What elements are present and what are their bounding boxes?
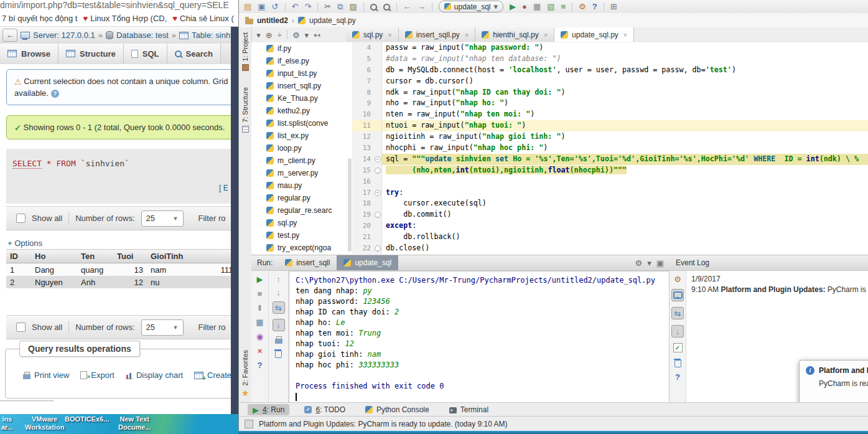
open-folder-icon[interactable]: ▤ — [244, 2, 251, 11]
gear-icon[interactable]: ⚙ — [292, 31, 300, 39]
pma-tab-search[interactable]: Search — [167, 44, 221, 64]
project-file[interactable]: regular_re.searc — [251, 204, 352, 217]
breadcrumb-item[interactable]: Database: test — [116, 31, 169, 40]
desktop-icon-label[interactable]: New Text Docume... — [118, 415, 151, 432]
table-row[interactable]: 1Dangquang13nam1111110000 — [6, 263, 238, 276]
down-icon[interactable]: ↓ — [276, 288, 281, 296]
project-file[interactable]: regular.py — [251, 192, 352, 204]
cut-icon[interactable]: ✂ — [324, 2, 331, 11]
wrench-icon[interactable]: ⚙ — [674, 275, 681, 283]
desktop-icon-label[interactable]: ins ar... — [1, 415, 13, 432]
close-icon[interactable]: × — [544, 31, 548, 39]
project-file[interactable]: if.py — [251, 42, 352, 55]
breadcrumb-item[interactable]: Server: 127.0.0.1 — [33, 31, 95, 40]
scroll-end-icon-box[interactable]: ↓ — [671, 325, 684, 337]
back-icon[interactable]: ← — [403, 2, 411, 11]
bookmark-item[interactable]: 7 bí quyết học động t — [2, 14, 77, 23]
sidebar-item-structure[interactable]: 7: Structure — [239, 87, 251, 133]
chevron-down-icon[interactable]: ▾ — [305, 31, 309, 39]
rows-select[interactable]: 25▼ — [141, 210, 184, 227]
address-bar[interactable]: dmin/import.php?db=test&table=sinhvien&s… — [0, 0, 238, 10]
project-file[interactable]: loop.py — [251, 142, 352, 154]
console-view-icon[interactable]: ▦ — [256, 318, 263, 326]
run-config-selector[interactable]: update_sql▾ — [439, 1, 503, 12]
breadcrumb-item[interactable]: Table: sinhv — [192, 31, 235, 40]
gear-icon[interactable]: ⚙ — [635, 259, 643, 267]
project-file[interactable]: m_server.py — [251, 167, 352, 179]
wrap-icon-box[interactable]: ⇆ — [273, 301, 285, 314]
toolwindow-button-todo[interactable]: 6: TODO — [299, 404, 350, 415]
notification-balloon[interactable]: Platform and Plugin Updates PyCharm is r… — [799, 360, 868, 407]
pma-tab-structure[interactable]: Structure — [58, 44, 124, 64]
close-icon[interactable]: × — [258, 347, 263, 355]
collapse-icon[interactable]: ↤ — [314, 31, 320, 39]
forward-icon[interactable]: → — [418, 2, 426, 11]
pin-icon[interactable]: ◉ — [256, 333, 263, 341]
back-button[interactable]: ← — [2, 29, 17, 42]
find-icon[interactable] — [370, 4, 377, 11]
profiler-icon[interactable]: ▧ — [547, 2, 554, 11]
run-tab-update_sql[interactable]: update_sql — [337, 255, 398, 270]
pma-tab-browse[interactable]: Browse — [0, 44, 58, 64]
project-file[interactable]: list.splist(conve — [251, 117, 352, 130]
sync-icon[interactable]: ↺ — [272, 2, 279, 11]
rerun-icon[interactable]: ▶ — [257, 275, 263, 283]
toolwindow-button-python-console[interactable]: Python Console — [360, 404, 434, 415]
rows-select[interactable]: 25▼ — [141, 319, 184, 336]
settings-icon[interactable]: ⚙ — [579, 2, 586, 11]
desktop-icon-label[interactable]: VMware Workstation — [25, 415, 64, 432]
bookmark-item[interactable]: ♥Linux Tổng Hợp (CD, — [83, 14, 167, 23]
fold-marker-icon[interactable]: ˻ — [375, 245, 381, 252]
fold-marker-icon[interactable]: − — [375, 190, 381, 196]
chevron-down-icon[interactable]: ▾ — [647, 259, 651, 267]
close-icon[interactable]: × — [465, 31, 469, 39]
pause-icon[interactable]: ‖ — [258, 304, 261, 312]
project-file[interactable]: Ke_Thua.py — [251, 92, 352, 105]
bubble-icon-box[interactable] — [671, 289, 684, 301]
fold-marker-icon[interactable]: − — [375, 156, 381, 163]
project-file[interactable]: m_client.py — [251, 154, 352, 167]
scroll-end-icon-box[interactable]: ↓ — [273, 319, 285, 331]
paste-icon[interactable]: ▨ — [350, 2, 357, 11]
project-file[interactable]: list_ex.py — [251, 130, 352, 142]
up-icon[interactable]: ↑ — [276, 275, 281, 283]
help-icon[interactable] — [51, 90, 59, 98]
show-all-checkbox[interactable] — [16, 214, 26, 223]
sidebar-item-favorites[interactable]: 2: Favorites ★ — [239, 350, 251, 397]
options-toggle[interactable]: + Options — [7, 238, 42, 248]
column-header[interactable]: ID — [6, 252, 31, 261]
fold-marker-icon[interactable]: ˻ — [375, 212, 381, 218]
browser-scrollbar[interactable] — [231, 27, 238, 414]
project-file[interactable]: input_list.py — [251, 67, 352, 80]
copy-icon[interactable]: ⧉ — [337, 2, 343, 11]
editor-tab-sql.py[interactable]: sql.py× — [346, 27, 399, 42]
scrollbar[interactable] — [348, 158, 352, 252]
project-file[interactable]: test.py — [251, 229, 352, 242]
trash-icon[interactable] — [674, 360, 681, 367]
project-file[interactable]: if_else.py — [251, 55, 352, 67]
code-editor[interactable]: 4passw = raw_input("nhap password: ")5#d… — [352, 42, 868, 255]
close-icon[interactable]: × — [388, 31, 391, 39]
replace-icon[interactable] — [383, 4, 390, 11]
column-header[interactable]: GioiTinh — [147, 252, 199, 261]
close-icon[interactable]: × — [623, 31, 627, 39]
project-file[interactable]: insert_sqll.py — [251, 80, 352, 92]
project-file[interactable]: mau.py — [251, 179, 352, 192]
chevron-down-icon[interactable]: ▾ — [256, 31, 261, 39]
editor-tab-insert_sqll.py[interactable]: insert_sqll.py× — [399, 27, 475, 42]
project-file[interactable]: try_except(ngoa — [251, 242, 352, 254]
sidebar-item-project[interactable]: 1: Project — [239, 32, 251, 71]
desktop-icon-label[interactable]: BOOTICEx6... — [65, 415, 110, 423]
hide-icon[interactable]: ▣ — [656, 259, 664, 267]
print-view-link[interactable]: Print view — [23, 370, 69, 380]
export-link[interactable]: Export — [80, 370, 114, 380]
breadcrumb-file[interactable]: update_sql.py — [309, 16, 356, 25]
event-entry[interactable]: 9:10 AM Platform and Plugin Updates: PyC… — [691, 285, 864, 294]
run-tab-insert_sqll[interactable]: insert_sqll — [278, 255, 337, 270]
print-icon[interactable] — [275, 339, 282, 344]
project-file[interactable]: sql.py — [251, 217, 352, 229]
help-icon[interactable]: ? — [675, 373, 680, 381]
breadcrumb-project[interactable]: untitled2 — [257, 16, 288, 25]
project-file[interactable]: kethu2.py — [251, 105, 352, 117]
console-toggle[interactable]: Console — [0, 400, 54, 402]
